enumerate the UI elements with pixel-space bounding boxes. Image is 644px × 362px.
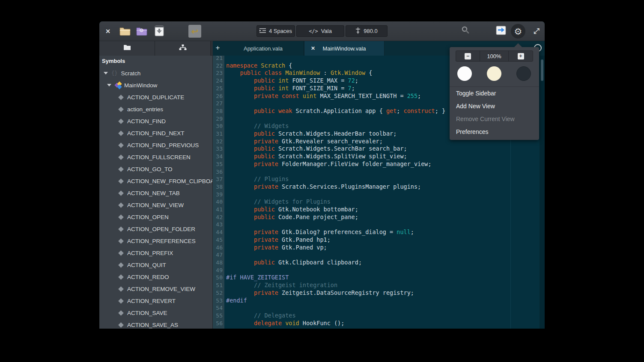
- symbol-label: ACTION_REMOVE_VIEW: [127, 286, 195, 292]
- zoom-out-button[interactable]: −: [456, 51, 480, 61]
- tab-mainwindow-vala[interactable]: ✕ MainWindow.vala: [304, 41, 385, 56]
- scrollbar-thumb[interactable]: [541, 59, 543, 81]
- line-number: 45: [213, 236, 223, 244]
- symbol-item-action_open[interactable]: ACTION_OPEN: [99, 211, 213, 223]
- line-number: 27: [213, 100, 223, 107]
- editor-scrollbar[interactable]: [540, 56, 545, 329]
- goto-line-button[interactable]: 980.0: [346, 25, 388, 37]
- symbol-item-action_new_tab[interactable]: ACTION_NEW_TAB: [99, 187, 213, 199]
- line-number: 38: [213, 183, 223, 191]
- zoom-in-button[interactable]: +: [509, 51, 533, 61]
- member-icon: [118, 131, 124, 136]
- code-line: // Plugins: [226, 175, 445, 183]
- code-line: [226, 304, 445, 312]
- symbol-item-action_revert[interactable]: ACTION_REVERT: [99, 295, 213, 307]
- search-button[interactable]: [460, 26, 471, 36]
- symbol-label: ACTION_GO_TO: [127, 166, 173, 172]
- light-scheme-swatch[interactable]: [457, 66, 472, 81]
- member-icon: [118, 262, 124, 268]
- line-number: 37: [213, 175, 223, 183]
- symbol-label: ACTION_FIND_NEXT: [127, 130, 185, 136]
- dark-scheme-swatch[interactable]: [516, 66, 531, 81]
- member-icon: [118, 190, 124, 196]
- code-line: delegate void HookFunc ();: [226, 320, 445, 327]
- line-number: 57: [213, 327, 223, 329]
- new-tab-button[interactable]: +: [213, 41, 223, 56]
- code-line: private FolderManager.FileView folder_ma…: [226, 160, 445, 168]
- fullscreen-button[interactable]: ⤢: [531, 26, 542, 36]
- member-icon: [118, 274, 124, 280]
- tab-application-vala[interactable]: Application.vala: [223, 41, 304, 56]
- symbol-label: ACTION_FIND: [127, 118, 166, 125]
- symbol-label: ACTION_SAVE_AS: [127, 322, 178, 328]
- symbol-item-action_prefix[interactable]: ACTION_PREFIX: [99, 247, 213, 259]
- code-line: public class MainWindow : Gtk.Window {: [226, 69, 445, 77]
- language-button[interactable]: </> Vala: [296, 25, 344, 37]
- symbol-item-action_go_to[interactable]: ACTION_GO_TO: [99, 163, 213, 175]
- symbol-item-action_preferences[interactable]: ACTION_PREFERENCES: [99, 235, 213, 247]
- panel-tab-symbols[interactable]: [155, 41, 211, 56]
- line-number: 25: [213, 85, 223, 92]
- symbol-item-scratch[interactable]: {}Scratch: [99, 67, 213, 79]
- symbol-item-mainwindow[interactable]: MainWindow: [99, 79, 213, 91]
- goto-line-label: 980.0: [364, 28, 378, 34]
- symbol-item-action_quit[interactable]: ACTION_QUIT: [99, 259, 213, 271]
- line-number: 56: [213, 320, 223, 327]
- symbol-item-action_open_folder[interactable]: ACTION_OPEN_FOLDER: [99, 223, 213, 235]
- settings-button[interactable]: ⚙: [511, 24, 525, 39]
- member-icon: [118, 154, 124, 160]
- line-number: 43: [213, 221, 223, 228]
- member-icon: [118, 119, 124, 124]
- symbol-item-action_find_previous[interactable]: ACTION_FIND_PREVIOUS: [99, 139, 213, 151]
- folder-panel-icon: [123, 45, 131, 52]
- symbol-item-action_new_view[interactable]: ACTION_NEW_VIEW: [99, 199, 213, 211]
- symbol-label: ACTION_NEW_TAB: [127, 190, 180, 196]
- sepia-scheme-swatch[interactable]: [487, 66, 501, 81]
- code-brackets-icon: </>: [309, 28, 318, 34]
- line-number: 46: [213, 244, 223, 252]
- line-number: 22: [213, 62, 223, 70]
- share-button[interactable]: [496, 26, 506, 36]
- symbol-item-action_save_as[interactable]: ACTION_SAVE_AS: [99, 319, 213, 329]
- line-number: 21: [213, 56, 223, 62]
- symbol-item-action_find_next[interactable]: ACTION_FIND_NEXT: [99, 127, 213, 139]
- symbol-label: ACTION_NEW_FROM_CLIPBOARD: [127, 178, 213, 184]
- menu-item-preferences[interactable]: Preferences: [450, 125, 539, 138]
- line-number: 40: [213, 198, 223, 206]
- line-number: 48: [213, 259, 223, 267]
- code-line: [226, 267, 445, 274]
- panel-tab-files[interactable]: [99, 41, 155, 56]
- symbol-item-action_redo[interactable]: ACTION_REDO: [99, 271, 213, 283]
- member-icon: [118, 202, 124, 208]
- member-icon: [118, 286, 124, 292]
- member-icon: [118, 298, 124, 304]
- symbol-item-action_remove_view[interactable]: ACTION_REMOVE_VIEW: [99, 283, 213, 295]
- symbol-item-action_find[interactable]: ACTION_FIND: [99, 115, 213, 127]
- symbol-item-action_fullscreen[interactable]: ACTION_FULLSCREEN: [99, 151, 213, 163]
- sidebar-panel-switcher: [99, 41, 213, 56]
- tab-close-icon[interactable]: ✕: [310, 45, 316, 51]
- symbol-label: ACTION_QUIT: [127, 262, 166, 268]
- symbol-item-action_new_from_clipboard[interactable]: ACTION_NEW_FROM_CLIPBOARD: [99, 175, 213, 187]
- menu-item-toggle-sidebar[interactable]: Toggle Sidebar: [450, 87, 539, 100]
- symbol-item-action_duplicate[interactable]: ACTION_DUPLICATE: [99, 91, 213, 103]
- symbol-item-action_entries[interactable]: action_entries: [99, 103, 213, 115]
- symbol-label: action_entries: [127, 106, 163, 113]
- symbol-item-action_save[interactable]: ACTION_SAVE: [99, 307, 213, 319]
- indent-width-button[interactable]: 4 Spaces: [256, 25, 295, 37]
- code-line: [226, 221, 445, 228]
- line-number: 47: [213, 251, 223, 259]
- code-line: // Zeitgeist integration: [226, 282, 445, 289]
- line-number: 42: [213, 214, 223, 221]
- expander-icon[interactable]: [104, 72, 108, 74]
- code-line: [226, 191, 445, 199]
- menu-item-add-new-view[interactable]: Add New View: [450, 100, 539, 113]
- code-line: private Gtk.Revealer search_revealer;: [226, 138, 445, 145]
- code-line: public Gtk.Clipboard clipboard;: [226, 259, 445, 267]
- expander-icon[interactable]: [107, 84, 111, 86]
- member-icon: [118, 214, 124, 220]
- settings-popup: − 100% + Toggle Sidebar Add New View Rem…: [450, 47, 539, 140]
- fullscreen-icon: ⤢: [534, 27, 540, 36]
- code-line: [226, 100, 445, 107]
- symbol-label: ACTION_NEW_VIEW: [127, 202, 184, 208]
